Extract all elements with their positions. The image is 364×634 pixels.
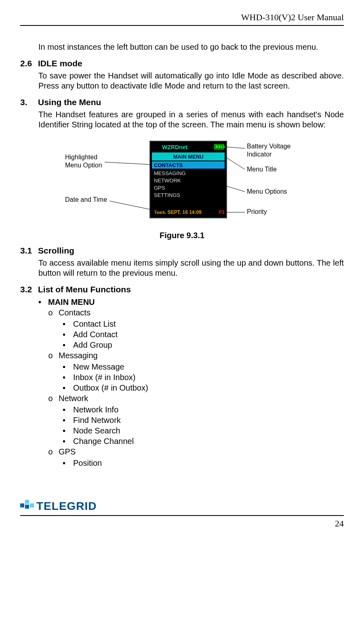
svg-rect-4 <box>221 145 223 148</box>
item-text: Position <box>73 458 102 468</box>
item-text: Outbox (# in Outbox) <box>73 383 148 393</box>
screen-menu-title: MAIN MENU <box>173 154 203 160</box>
list-item: ▪Add Contact <box>63 329 344 340</box>
page: WHD-310(V)2 User Manual In most instance… <box>0 0 364 541</box>
list-item: ▪Find Network <box>63 415 344 425</box>
gps-label: GPS <box>59 446 76 457</box>
sec-31-body: To access available menu items simply sc… <box>38 258 344 278</box>
logo-text: TELEGRID <box>36 500 97 513</box>
circle-marker-icon: o <box>48 394 59 404</box>
label-menu-options: Menu Options <box>247 188 287 195</box>
footer-rule <box>20 515 344 516</box>
figure-wrap: WZRDnet MAIN MENU CONTACTS MESSAGING NET… <box>20 137 344 226</box>
item-text: Find Network <box>73 415 121 425</box>
svg-rect-14 <box>20 503 24 507</box>
screen-item-0: CONTACTS <box>154 162 183 168</box>
label-menu-title: Menu Title <box>247 166 277 173</box>
label-priority: Priority <box>247 208 267 215</box>
item-text: Add Group <box>73 340 112 350</box>
svg-line-12 <box>225 186 245 192</box>
sec-3-body: The Handset features are grouped in a se… <box>38 110 344 130</box>
svg-rect-3 <box>218 145 221 148</box>
sub-gps: oGPS <box>48 446 344 458</box>
square-marker-icon: ▪ <box>63 329 73 340</box>
square-marker-icon: ▪ <box>63 383 73 393</box>
svg-line-8 <box>105 162 152 165</box>
heading-text: IDLE mode <box>38 59 82 68</box>
menu-list: • MAIN MENU oContacts ▪Contact List ▪Add… <box>38 297 344 468</box>
square-marker-icon: ▪ <box>63 436 73 446</box>
label-battery-2: Indicator <box>247 151 272 158</box>
screen-item-4: SETTINGS <box>154 192 180 198</box>
logo-icon <box>20 500 34 513</box>
item-text: Contact List <box>73 319 116 329</box>
intro-paragraph: In most instances the left button can be… <box>38 42 344 52</box>
square-marker-icon: ▪ <box>63 319 73 329</box>
heading-num: 3.1 <box>20 246 38 256</box>
list-item: ▪Network Info <box>63 404 344 415</box>
label-datetime: Date and Time <box>65 196 107 203</box>
main-menu-bullet: • MAIN MENU <box>38 297 344 307</box>
screen-priority: P3 <box>219 209 225 215</box>
messaging-label: Messaging <box>59 350 98 361</box>
heading-text: Scrolling <box>38 246 74 255</box>
bullet-dot-icon: • <box>38 297 48 307</box>
heading-3-1: 3.1Scrolling <box>20 246 344 256</box>
item-text: Change Channel <box>73 436 134 446</box>
heading-num: 3. <box>20 97 38 107</box>
list-item: ▪Outbox (# in Outbox) <box>63 383 344 393</box>
square-marker-icon: ▪ <box>63 458 73 468</box>
circle-marker-icon: o <box>48 351 59 361</box>
item-text: Network Info <box>73 404 118 415</box>
heading-text: List of Menu Functions <box>38 285 131 294</box>
list-item: ▪New Message <box>63 361 344 372</box>
label-highlighted-1: Highlighted <box>65 154 97 161</box>
list-item: ▪Contact List <box>63 319 344 329</box>
sec-26-body: To save power the Handset will automatic… <box>38 71 344 91</box>
square-marker-icon: ▪ <box>63 361 73 372</box>
svg-rect-2 <box>215 145 218 148</box>
list-item: ▪Position <box>63 458 344 468</box>
list-item: ▪Change Channel <box>63 436 344 446</box>
square-marker-icon: ▪ <box>63 404 73 415</box>
page-number-wrap: 24 <box>20 518 344 529</box>
svg-rect-16 <box>25 505 29 509</box>
screen-item-2: NETWORK <box>154 178 181 184</box>
heading-num: 3.2 <box>20 285 38 294</box>
square-marker-icon: ▪ <box>63 372 73 383</box>
square-marker-icon: ▪ <box>63 425 73 436</box>
item-text: Inbox (# in Inbox) <box>73 372 136 383</box>
heading-text: Using the Menu <box>38 97 101 107</box>
screen-node-id: WZRDnet <box>162 144 187 150</box>
footer: TELEGRID <box>20 500 344 513</box>
sub-network: oNetwork <box>48 393 344 404</box>
list-item: ▪Node Search <box>63 425 344 436</box>
sub-messaging: oMessaging <box>48 350 344 361</box>
svg-rect-5 <box>223 146 225 148</box>
list-item: ▪Inbox (# in Inbox) <box>63 372 344 383</box>
item-text: Node Search <box>73 425 120 436</box>
label-highlighted-2: Menu Option <box>65 162 102 169</box>
screen-datetime: Tues. SEPT. 16 14:09 <box>154 209 202 215</box>
network-label: Network <box>59 393 88 404</box>
logo: TELEGRID <box>20 500 97 513</box>
circle-marker-icon: o <box>48 308 59 319</box>
main-menu-label: MAIN MENU <box>48 297 95 307</box>
figure-svg: WZRDnet MAIN MENU CONTACTS MESSAGING NET… <box>41 137 324 226</box>
item-text: New Message <box>73 361 124 372</box>
header-rule <box>20 25 344 26</box>
heading-3: 3.Using the Menu <box>20 97 344 107</box>
figure-caption: Figure 9.3.1 <box>20 231 344 240</box>
heading-3-2: 3.2List of Menu Functions <box>20 285 344 294</box>
svg-line-11 <box>225 156 245 169</box>
page-number: 24 <box>335 518 344 528</box>
sub-contacts: oContacts <box>48 307 344 319</box>
svg-line-10 <box>225 147 245 148</box>
square-marker-icon: ▪ <box>63 340 73 350</box>
header-doc-title: WHD-310(V)2 User Manual <box>20 12 344 23</box>
label-battery-1: Battery Voltage <box>247 143 291 150</box>
heading-2-6: 2.6IDLE mode <box>20 59 344 68</box>
list-item: ▪Add Group <box>63 340 344 350</box>
screen-item-3: GPS <box>154 185 165 191</box>
circle-marker-icon: o <box>48 447 59 458</box>
